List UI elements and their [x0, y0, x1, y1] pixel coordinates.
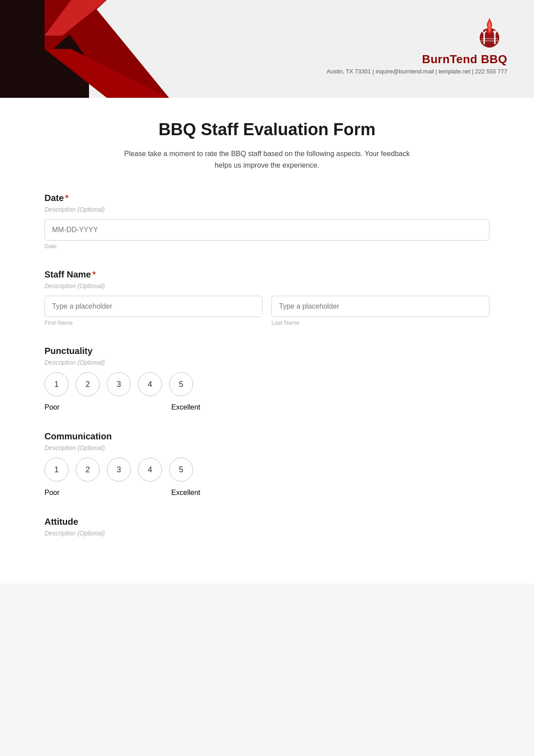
attitude-section: Attitude Description (Optional)	[44, 517, 490, 537]
main-content: BBQ Staff Evaluation Form Please take a …	[0, 98, 534, 583]
first-name-col: First Name	[44, 296, 263, 326]
communication-rating-2[interactable]: 2	[76, 458, 100, 482]
page-header: BurnTend BBQ Austin, TX 73301 | inquire@…	[0, 0, 534, 98]
punctuality-rating-5[interactable]: 5	[169, 372, 193, 396]
brand-name: BurnTend BBQ	[422, 52, 507, 66]
last-name-hint: Last Name	[271, 319, 490, 326]
date-label: Date*	[44, 193, 490, 203]
date-hint: Date	[44, 243, 490, 249]
punctuality-rating-row: 1 2 3 4 5	[44, 372, 490, 396]
staff-name-label: Staff Name*	[44, 269, 490, 280]
punctuality-rating-4[interactable]: 4	[138, 372, 162, 396]
attitude-description: Description (Optional)	[44, 530, 490, 537]
first-name-hint: First Name	[44, 319, 263, 326]
date-description: Description (Optional)	[44, 206, 490, 213]
punctuality-rating: 1 2 3 4 5 Poor Excellent	[44, 372, 490, 411]
punctuality-section: Punctuality Description (Optional) 1 2 3…	[44, 346, 490, 411]
last-name-col: Last Name	[271, 296, 490, 326]
communication-rating-1[interactable]: 1	[44, 458, 69, 482]
communication-rating: 1 2 3 4 5 Poor Excellent	[44, 458, 490, 497]
communication-label-high: Excellent	[171, 489, 200, 497]
communication-label-low: Poor	[44, 489, 60, 497]
communication-description: Description (Optional)	[44, 444, 490, 451]
communication-label: Communication	[44, 431, 490, 442]
communication-rating-row: 1 2 3 4 5	[44, 458, 490, 482]
communication-section: Communication Description (Optional) 1 2…	[44, 431, 490, 497]
form-title: BBQ Staff Evaluation Form	[44, 120, 490, 139]
communication-scale-labels: Poor Excellent	[44, 489, 200, 497]
brand-contact: Austin, TX 73301 | inquire@burntend.mail…	[327, 68, 507, 75]
attitude-label: Attitude	[44, 517, 490, 527]
name-fields-row: First Name Last Name	[44, 296, 490, 326]
punctuality-rating-2[interactable]: 2	[76, 372, 100, 396]
punctuality-label-low: Poor	[44, 403, 60, 411]
form-description: Please take a moment to rate the BBQ sta…	[116, 148, 418, 171]
header-decoration	[0, 0, 169, 98]
brand-logo	[472, 13, 507, 49]
first-name-input[interactable]	[44, 296, 263, 317]
punctuality-rating-3[interactable]: 3	[107, 372, 131, 396]
required-indicator: *	[65, 193, 69, 203]
last-name-input[interactable]	[271, 296, 490, 317]
punctuality-scale-labels: Poor Excellent	[44, 403, 200, 411]
communication-rating-5[interactable]: 5	[169, 458, 193, 482]
punctuality-label: Punctuality	[44, 346, 490, 356]
date-input[interactable]	[44, 219, 490, 241]
staff-name-section: Staff Name* Description (Optional) First…	[44, 269, 490, 326]
punctuality-description: Description (Optional)	[44, 359, 490, 366]
required-indicator-2: *	[92, 269, 96, 279]
brand-info: BurnTend BBQ Austin, TX 73301 | inquire@…	[327, 13, 507, 75]
staff-name-description: Description (Optional)	[44, 282, 490, 290]
communication-rating-4[interactable]: 4	[138, 458, 162, 482]
punctuality-rating-1[interactable]: 1	[44, 372, 69, 396]
punctuality-label-high: Excellent	[171, 403, 200, 411]
communication-rating-3[interactable]: 3	[107, 458, 131, 482]
date-section: Date* Description (Optional) Date	[44, 193, 490, 249]
